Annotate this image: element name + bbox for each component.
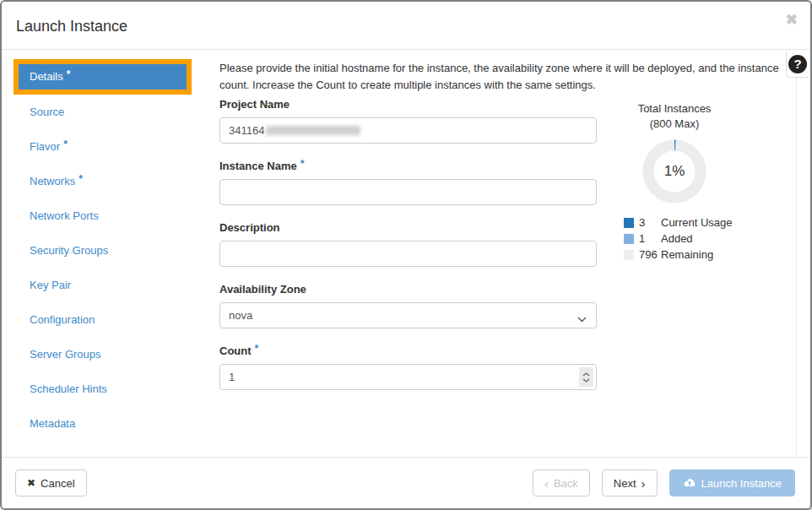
project-name-value: 341164	[229, 124, 264, 137]
quota-percent-label: 1%	[640, 137, 709, 206]
cancel-button[interactable]: ✖ Cancel	[15, 469, 87, 496]
chevron-down-icon	[577, 312, 587, 325]
legend-value: 796	[639, 248, 661, 261]
sidebar-item-label: Server Groups	[30, 348, 101, 361]
sidebar-item-security-groups[interactable]: Security Groups	[15, 233, 194, 268]
legend-value: 1	[639, 232, 661, 245]
legend-value: 3	[639, 216, 661, 229]
legend-label: Remaining	[661, 248, 713, 261]
sidebar-item-networks[interactable]: Networks*	[15, 164, 194, 198]
wizard-sidebar: Details* Source Flavor* Networks* Networ…	[15, 59, 194, 441]
sidebar-item-network-ports[interactable]: Network Ports	[15, 198, 194, 233]
quota-subtitle: (800 Max)	[603, 117, 746, 130]
sidebar-item-label: Networks	[30, 175, 75, 187]
legend-row-added: 1 Added	[624, 231, 793, 247]
required-asterisk: *	[300, 158, 305, 170]
cloud-upload-icon	[683, 478, 696, 488]
added-swatch	[624, 234, 634, 244]
sidebar-item-label: Configuration	[30, 313, 95, 326]
next-label: Next	[614, 477, 636, 490]
next-button[interactable]: Next ›	[602, 469, 658, 496]
x-icon: ✖	[27, 477, 35, 489]
required-asterisk: *	[78, 173, 83, 185]
launch-instance-modal: Launch Instance ✖ ? Details* Source Flav…	[0, 0, 812, 510]
legend-row-remaining: 796 Remaining	[624, 247, 793, 263]
required-asterisk: *	[63, 138, 68, 150]
legend-label: Current Usage	[661, 216, 733, 229]
legend-row-current-usage: 3 Current Usage	[624, 214, 793, 231]
project-name-input[interactable]: 341164	[219, 117, 597, 144]
sidebar-item-source[interactable]: Source	[15, 95, 194, 129]
redacted-value-blur	[266, 126, 360, 135]
sidebar-item-details[interactable]: Details*	[19, 64, 187, 90]
details-form: Project Name 341164 Instance Name* Descr…	[219, 98, 597, 406]
highlight-annotation-box: Details*	[14, 59, 192, 95]
close-icon[interactable]: ✖	[786, 13, 798, 27]
sidebar-item-label: Details	[30, 70, 63, 83]
required-asterisk: *	[255, 343, 259, 355]
availability-zone-label: Availability Zone	[219, 283, 597, 296]
sidebar-item-label: Network Ports	[30, 209, 99, 222]
launch-label: Launch Instance	[701, 477, 782, 490]
modal-header: Launch Instance ✖	[2, 2, 810, 50]
count-input[interactable]	[219, 364, 597, 390]
description-input[interactable]	[219, 241, 597, 267]
instance-name-label: Instance Name*	[219, 160, 597, 172]
sidebar-item-server-groups[interactable]: Server Groups	[15, 337, 194, 372]
cancel-label: Cancel	[41, 477, 74, 490]
launch-instance-button[interactable]: Launch Instance	[669, 469, 795, 496]
availability-zone-select[interactable]: nova	[219, 302, 597, 328]
sidebar-item-label: Scheduler Hints	[30, 382, 107, 395]
sidebar-item-label: Metadata	[30, 417, 75, 430]
count-stepper[interactable]	[579, 367, 593, 387]
sidebar-item-key-pair[interactable]: Key Pair	[15, 268, 194, 302]
sidebar-item-metadata[interactable]: Metadata	[15, 406, 194, 441]
availability-zone-value: nova	[229, 309, 252, 322]
quota-title: Total Instances	[603, 102, 746, 115]
current-usage-swatch	[624, 218, 634, 228]
sidebar-item-scheduler-hints[interactable]: Scheduler Hints	[15, 372, 194, 406]
help-button[interactable]: ?	[786, 51, 809, 78]
back-label: Back	[554, 477, 578, 490]
sidebar-item-configuration[interactable]: Configuration	[15, 302, 194, 337]
quota-legend: 3 Current Usage 1 Added 796 Remaining	[624, 214, 793, 263]
description-label: Description	[219, 221, 597, 234]
back-button[interactable]: ‹ Back	[533, 469, 590, 496]
sidebar-item-label: Source	[30, 106, 64, 118]
count-label: Count*	[219, 345, 597, 357]
sidebar-item-label: Security Groups	[30, 244, 108, 257]
sidebar-item-label: Flavor	[30, 140, 60, 153]
modal-title: Launch Instance	[16, 18, 127, 35]
chevron-right-icon: ›	[641, 477, 646, 490]
content-edge-divider	[796, 51, 797, 457]
chevron-up-icon	[582, 372, 590, 377]
project-name-label: Project Name	[219, 98, 597, 111]
legend-label: Added	[661, 232, 693, 245]
question-icon: ?	[788, 55, 807, 73]
chevron-down-icon	[582, 378, 590, 382]
instance-name-input[interactable]	[219, 179, 597, 205]
chevron-left-icon: ‹	[544, 477, 549, 490]
required-asterisk: *	[67, 68, 71, 80]
sidebar-item-label: Key Pair	[30, 279, 71, 291]
intro-text: Please provide the initial hostname for …	[219, 60, 782, 94]
remaining-swatch	[624, 250, 634, 260]
sidebar-item-flavor[interactable]: Flavor*	[15, 129, 194, 164]
modal-footer: ✖ Cancel ‹ Back Next › Launch Instance	[2, 457, 810, 508]
